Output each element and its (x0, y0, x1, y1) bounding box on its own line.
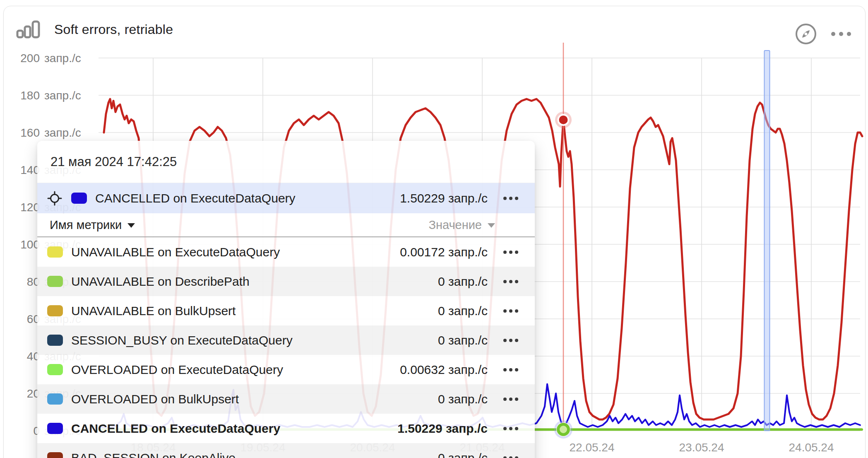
series-color-swatch (71, 193, 87, 204)
sort-by-name-header[interactable]: Имя метрики (50, 218, 135, 232)
legend-row[interactable]: UNAVAILABLE on ExecuteDataQuery 0.00172 … (37, 237, 535, 267)
y-axis-tick-label: 100 (20, 238, 40, 251)
series-color-swatch (47, 423, 63, 434)
y-axis-tick-label: 200 (20, 52, 40, 65)
x-axis-tick-label: 24.05.24 (789, 441, 834, 454)
series-color-swatch (47, 452, 63, 458)
row-menu-button[interactable] (493, 427, 528, 430)
legend-row[interactable]: UNAVAILABLE on BulkUpsert 0 запр./с (37, 296, 535, 325)
legend-row[interactable]: OVERLOADED on BulkUpsert 0 запр./с (37, 384, 535, 414)
legend-row-label: SESSION_BUSY on ExecuteDataQuery (71, 333, 438, 347)
row-menu-button[interactable] (493, 398, 528, 401)
x-axis-tick-label: 23.05.24 (679, 441, 724, 454)
x-axis-tick-label: 22.05.24 (570, 441, 615, 454)
crosshair-icon (47, 191, 62, 206)
legend-row[interactable]: BAD_SESSION on KeepAlive 0 запр./с (37, 443, 535, 458)
row-menu-button[interactable] (493, 251, 528, 254)
series-color-swatch (47, 305, 63, 316)
sort-down-icon (488, 223, 495, 228)
legend-row-value: 1.50229 запр./с (397, 422, 488, 436)
legend-row-value: 0.00632 запр./с (400, 363, 488, 377)
legend-row-value: 0 запр./с (438, 304, 488, 318)
legend-row[interactable]: OVERLOADED on ExecuteDataQuery 0.00632 з… (37, 355, 535, 384)
hover-marker-green (558, 424, 569, 435)
legend-row-value: 1.50229 запр./с (400, 191, 488, 205)
legend-row-label: UNAVAILABLE on BulkUpsert (71, 304, 438, 318)
legend-row-value: 0 запр./с (438, 333, 488, 347)
tooltip-timestamp: 21 мая 2024 17:42:25 (37, 141, 535, 183)
series-color-swatch (47, 335, 63, 346)
legend-row-label: BAD_SESSION on KeepAlive (71, 451, 438, 458)
y-axis-unit-label: запр./с (44, 89, 81, 102)
legend-row-label: OVERLOADED on BulkUpsert (71, 392, 438, 406)
y-axis-tick-label: 160 (20, 126, 40, 139)
panel-title: Soft errors, retriable (54, 22, 173, 37)
tooltip-column-headers: Имя метрики Значение (37, 213, 535, 237)
hover-marker-red (559, 116, 568, 124)
legend-row-value: 0 запр./с (438, 275, 488, 289)
more-icon (831, 32, 851, 36)
compass-icon (795, 23, 817, 45)
legend-row-label: CANCELLED on ExecuteDataQuery (95, 191, 400, 205)
series-color-swatch (47, 246, 63, 258)
legend-row[interactable]: CANCELLED on ExecuteDataQuery 1.50229 за… (37, 414, 535, 443)
y-axis-tick-label: 180 (20, 89, 40, 102)
chart-tooltip: 21 мая 2024 17:42:25 CANCELLED on Execut… (37, 141, 535, 458)
y-axis-unit-label: запр./с (44, 126, 81, 139)
series-color-swatch (47, 393, 63, 405)
sort-down-icon (127, 223, 135, 228)
legend-row-label: UNAVAILABLE on ExecuteDataQuery (71, 245, 400, 259)
legend-row-label: CANCELLED on ExecuteDataQuery (71, 422, 397, 436)
series-color-swatch (47, 364, 63, 375)
legend-row-label: OVERLOADED on ExecuteDataQuery (71, 363, 400, 377)
legend-row-value: 0 запр./с (438, 451, 488, 458)
series-color-swatch (47, 276, 63, 287)
panel-actions (795, 23, 851, 45)
panel-menu-button[interactable] (831, 32, 851, 36)
row-menu-button[interactable] (493, 197, 528, 200)
panel-header: Soft errors, retriable (16, 20, 173, 39)
tooltip-pinned-row[interactable]: CANCELLED on ExecuteDataQuery 1.50229 за… (37, 183, 535, 213)
y-axis-tick-label: 140 (20, 164, 40, 176)
row-menu-button[interactable] (493, 368, 528, 371)
row-menu-button[interactable] (493, 339, 528, 342)
bar-chart-icon (16, 20, 43, 39)
y-axis-unit-label: запр./с (44, 52, 81, 65)
row-menu-button[interactable] (493, 456, 528, 458)
legend-row-value: 0 запр./с (438, 392, 488, 406)
legend-row[interactable]: UNAVAILABLE on DescribePath 0 запр./с (37, 267, 535, 296)
selection-line (765, 51, 770, 431)
legend-row-label: UNAVAILABLE on DescribePath (71, 275, 438, 289)
row-menu-button[interactable] (493, 309, 528, 313)
explore-button[interactable] (795, 23, 817, 45)
row-menu-button[interactable] (493, 280, 528, 283)
sort-by-value-header[interactable]: Значение (428, 218, 495, 232)
legend-row[interactable]: SESSION_BUSY on ExecuteDataQuery 0 запр.… (37, 325, 535, 355)
y-axis-tick-label: 120 (20, 201, 40, 214)
tooltip-rows: UNAVAILABLE on ExecuteDataQuery 0.00172 … (37, 237, 535, 458)
legend-row-value: 0.00172 запр./с (400, 245, 488, 259)
